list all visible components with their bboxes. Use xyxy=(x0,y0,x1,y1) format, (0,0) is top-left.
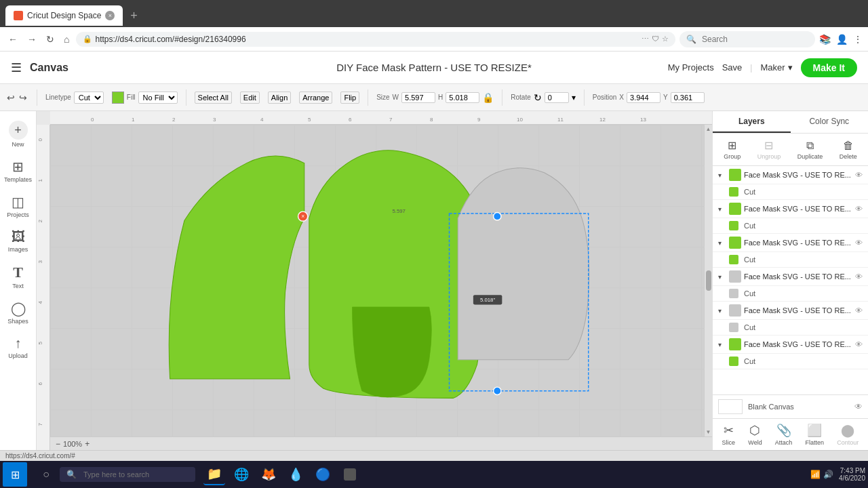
redo-button[interactable]: ↪ xyxy=(18,91,28,104)
active-tab[interactable]: Cricut Design Space × xyxy=(5,5,123,26)
layer-eye-5[interactable]: 👁 xyxy=(855,306,863,314)
scroll-thumb[interactable] xyxy=(706,270,711,291)
bookmarks-icon[interactable]: 📚 xyxy=(819,34,831,45)
taskbar-file-explorer[interactable]: 📁 xyxy=(203,464,225,485)
contour-tool[interactable]: ⬤ Contour xyxy=(837,423,859,446)
layer-eye-1[interactable]: 👁 xyxy=(855,171,863,179)
align-btn[interactable]: Align xyxy=(268,92,291,104)
taskbar-app6[interactable] xyxy=(339,464,361,485)
rotate-input[interactable]: 0 xyxy=(545,92,569,103)
ruler-mark-0: 0 xyxy=(91,117,94,123)
layer-expand-6[interactable]: ▾ xyxy=(718,341,726,348)
layer-item-6[interactable]: ▾ Face Mask SVG - USE TO RE... 👁 xyxy=(713,336,868,354)
layer-eye-4[interactable]: 👁 xyxy=(855,272,863,281)
zoom-out-btn[interactable]: − xyxy=(56,439,60,449)
start-button[interactable]: ⊞ xyxy=(3,462,27,487)
linetype-select[interactable]: Cut xyxy=(74,92,104,104)
layer-item-5[interactable]: ▾ Face Mask SVG - USE TO RE... 👁 xyxy=(713,302,868,320)
blank-canvas-eye[interactable]: 👁 xyxy=(854,402,863,411)
sidebar-item-projects[interactable]: ◫ Projects xyxy=(1,190,35,222)
undo-button[interactable]: ↩ xyxy=(5,91,16,104)
layer-eye-2[interactable]: 👁 xyxy=(855,205,863,213)
address-bar[interactable]: 🔒 https://ds4.cricut.com/#design/2163409… xyxy=(76,32,675,47)
sidebar-item-upload[interactable]: ↑ Upload xyxy=(1,331,35,363)
search-box[interactable]: 🔍 xyxy=(679,31,815,47)
app4-icon: 💧 xyxy=(288,467,303,482)
canvas-wrapper[interactable]: 0 1 2 3 4 5 6 7 8 9 10 11 12 13 0 1 2 xyxy=(37,111,712,450)
layer-expand-5[interactable]: ▾ xyxy=(718,307,726,314)
save-btn[interactable]: Save xyxy=(722,62,743,73)
sidebar-item-templates[interactable]: ⊞ Templates xyxy=(1,155,35,187)
attach-tool[interactable]: 📎 Attach xyxy=(775,423,793,446)
group-tool[interactable]: ⊞ Group xyxy=(721,138,743,161)
taskbar-app5[interactable]: 🔵 xyxy=(312,464,334,485)
layer-expand-3[interactable]: ▾ xyxy=(718,239,726,247)
scroll-down-icon[interactable]: ▼ xyxy=(706,429,711,435)
layer-item-4[interactable]: ▾ Face Mask SVG - USE TO RE... 👁 xyxy=(713,268,868,286)
duplicate-tool[interactable]: ⧉ Duplicate xyxy=(795,138,826,161)
hamburger-menu[interactable]: ☰ xyxy=(11,60,22,75)
width-input[interactable]: 5.597 xyxy=(401,92,435,103)
y-label: Y xyxy=(663,94,668,101)
vertical-scrollbar[interactable]: ▲ ▼ xyxy=(704,125,712,436)
volume-icon[interactable]: 🔊 xyxy=(823,470,833,479)
refresh-btn[interactable]: ↻ xyxy=(43,33,57,46)
layer-expand-2[interactable]: ▾ xyxy=(718,205,726,213)
layer-item-2[interactable]: ▾ Face Mask SVG - USE TO RE... 👁 xyxy=(713,200,868,218)
lock-ratio-icon[interactable]: 🔒 xyxy=(482,92,494,103)
layer-swatch-3b xyxy=(729,255,738,264)
network-icon[interactable]: 📶 xyxy=(810,470,821,479)
layer-item-1[interactable]: ▾ Face Mask SVG - USE TO RE... 👁 xyxy=(713,166,868,184)
slice-tool[interactable]: ✂ Slice xyxy=(722,423,736,446)
tab-layers[interactable]: Layers xyxy=(713,111,791,133)
sidebar-item-images[interactable]: 🖼 Images xyxy=(1,225,35,257)
arrange-btn[interactable]: Arrange xyxy=(299,92,332,104)
forward-btn[interactable]: → xyxy=(24,33,39,46)
layer-cut-2: Cut xyxy=(744,222,755,230)
canvas[interactable]: × 5.018" 5.597 xyxy=(50,125,712,436)
blank-canvas-swatch xyxy=(718,399,743,414)
back-btn[interactable]: ← xyxy=(5,33,20,46)
taskbar-app4[interactable]: 💧 xyxy=(285,464,307,485)
profile-icon[interactable]: 👤 xyxy=(836,34,848,45)
y-input[interactable]: 0.361 xyxy=(671,92,705,103)
layer-expand-1[interactable]: ▾ xyxy=(718,171,726,179)
zoom-in-btn[interactable]: + xyxy=(85,439,90,449)
fill-color-swatch[interactable] xyxy=(112,92,124,104)
weld-tool[interactable]: ⬡ Weld xyxy=(748,423,762,446)
extensions-icon[interactable]: ⋮ xyxy=(853,34,863,45)
scroll-up-icon[interactable]: ▲ xyxy=(706,126,711,132)
tab-color-sync[interactable]: Color Sync xyxy=(791,111,869,133)
taskbar-search[interactable]: 🔍 xyxy=(60,467,195,482)
taskbar-app-chrome[interactable]: 🌐 xyxy=(231,464,252,485)
height-input[interactable]: 5.018 xyxy=(446,92,479,103)
sidebar-item-text[interactable]: T Text xyxy=(1,260,35,293)
layer-eye-3[interactable]: 👁 xyxy=(855,239,863,247)
flatten-tool[interactable]: ⬜ Flatten xyxy=(806,423,825,446)
layer-eye-6[interactable]: 👁 xyxy=(855,340,863,348)
search-input[interactable] xyxy=(699,34,733,45)
tab-close-btn[interactable]: × xyxy=(105,11,115,20)
new-tab-btn[interactable]: + xyxy=(125,7,142,24)
fill-select[interactable]: No Fill xyxy=(138,92,178,104)
layer-swatch-2b xyxy=(729,221,738,230)
layer-swatch-5 xyxy=(729,304,741,317)
sidebar-item-shapes[interactable]: ◯ Shapes xyxy=(1,296,35,329)
edit-btn[interactable]: Edit xyxy=(240,92,260,104)
x-input[interactable]: 3.944 xyxy=(627,92,660,103)
ungroup-tool[interactable]: ⊟ Ungroup xyxy=(755,138,784,161)
maker-dropdown[interactable]: Maker ▾ xyxy=(760,62,792,73)
my-projects-link[interactable]: My Projects xyxy=(668,62,714,73)
flip-btn[interactable]: Flip xyxy=(340,92,359,104)
taskbar-search-input[interactable] xyxy=(81,470,189,479)
make-it-button[interactable]: Make It xyxy=(801,58,857,77)
home-btn[interactable]: ⌂ xyxy=(61,33,72,46)
sidebar-item-new[interactable]: + New xyxy=(1,117,35,152)
cortana-btn[interactable]: ○ xyxy=(35,464,57,485)
layer-expand-4[interactable]: ▾ xyxy=(718,273,726,281)
select-all-btn[interactable]: Select All xyxy=(195,92,232,104)
layer-item-3[interactable]: ▾ Face Mask SVG - USE TO RE... 👁 xyxy=(713,234,868,252)
delete-tool[interactable]: 🗑 Delete xyxy=(837,138,860,161)
taskbar-firefox[interactable]: 🦊 xyxy=(258,464,279,485)
slice-label: Slice xyxy=(722,439,736,446)
